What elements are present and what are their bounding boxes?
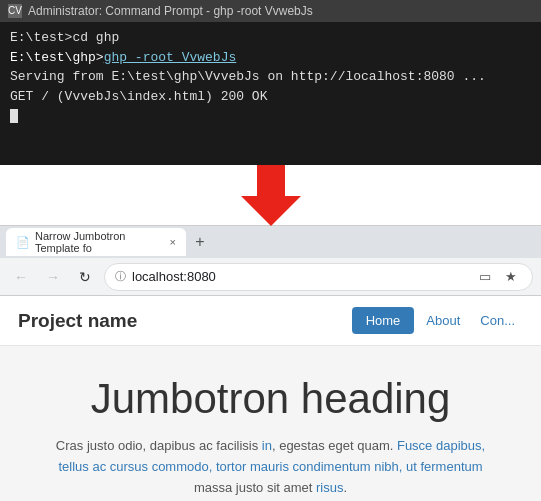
- terminal-line-3: Serving from E:\test\ghp\VvvebJs on http…: [10, 67, 531, 87]
- terminal-title: Administrator: Command Prompt - ghp -roo…: [28, 4, 313, 18]
- terminal-body: E:\test>cd ghp E:\test\ghp>ghp -root Vvw…: [0, 22, 541, 132]
- back-button[interactable]: ←: [8, 264, 34, 290]
- address-bar[interactable]: ⓘ localhost:8080 ▭ ★: [104, 263, 533, 291]
- navbar-about-link[interactable]: About: [418, 307, 468, 334]
- hero-link-fusce[interactable]: Fusce dapibus,: [397, 438, 485, 453]
- tab-label: Narrow Jumbotron Template fo: [35, 230, 161, 254]
- webpage-navbar: Project name Home About Con...: [0, 296, 541, 346]
- hero-link-in[interactable]: in: [262, 438, 272, 453]
- navbar-home-button[interactable]: Home: [352, 307, 415, 334]
- cast-icon[interactable]: ▭: [474, 266, 496, 288]
- terminal-cursor: [10, 109, 18, 123]
- webpage-hero: Jumbotron heading Cras justo odio, dapib…: [0, 346, 541, 501]
- webpage-content: Project name Home About Con... Jumbotron…: [0, 296, 541, 501]
- terminal-cmd-2: ghp -root VvwebJs: [104, 50, 237, 65]
- terminal-prompt-2: E:\test\ghp>: [10, 50, 104, 65]
- bookmark-icon[interactable]: ★: [500, 266, 522, 288]
- browser-toolbar: ← → ↻ ⓘ localhost:8080 ▭ ★: [0, 258, 541, 296]
- arrow-section: [0, 165, 541, 225]
- terminal-line-5: [10, 106, 531, 126]
- arrow-shaft: [257, 164, 285, 196]
- browser-tab-active[interactable]: 📄 Narrow Jumbotron Template fo ×: [6, 228, 186, 256]
- forward-button[interactable]: →: [40, 264, 66, 290]
- hero-heading: Jumbotron heading: [20, 376, 521, 422]
- hero-text: Cras justo odio, dapibus ac facilisis in…: [41, 436, 501, 498]
- reload-button[interactable]: ↻: [72, 264, 98, 290]
- terminal-line-1: E:\test>cd ghp: [10, 28, 531, 48]
- terminal-prompt-1: E:\test>: [10, 30, 72, 45]
- address-actions: ▭ ★: [474, 266, 522, 288]
- navbar-brand: Project name: [18, 310, 352, 332]
- tab-close-button[interactable]: ×: [170, 236, 176, 248]
- down-arrow: [241, 164, 301, 226]
- navbar-links: Home About Con...: [352, 307, 523, 334]
- browser-section: 📄 Narrow Jumbotron Template fo × + ← → ↻…: [0, 225, 541, 501]
- terminal-section: CV Administrator: Command Prompt - ghp -…: [0, 0, 541, 165]
- terminal-line-4: GET / (VvvebJs\index.html) 200 OK: [10, 87, 531, 107]
- tab-page-icon: 📄: [16, 236, 30, 249]
- hero-link-risus[interactable]: risus: [316, 480, 343, 495]
- terminal-line-2: E:\test\ghp>ghp -root VvwebJs: [10, 48, 531, 68]
- hero-link-tellus[interactable]: tellus ac cursus commodo, tortor mauris …: [58, 459, 482, 474]
- terminal-get-text: GET / (VvvebJs\index.html) 200 OK: [10, 89, 267, 104]
- terminal-titlebar: CV Administrator: Command Prompt - ghp -…: [0, 0, 541, 22]
- address-text: localhost:8080: [132, 269, 468, 284]
- browser-tabs: 📄 Narrow Jumbotron Template fo × +: [0, 226, 541, 258]
- arrow-head: [241, 196, 301, 226]
- new-tab-button[interactable]: +: [188, 230, 212, 254]
- navbar-contact-link[interactable]: Con...: [472, 307, 523, 334]
- terminal-icon: CV: [8, 4, 22, 18]
- address-info-icon: ⓘ: [115, 269, 126, 284]
- terminal-cmd-1: cd ghp: [72, 30, 119, 45]
